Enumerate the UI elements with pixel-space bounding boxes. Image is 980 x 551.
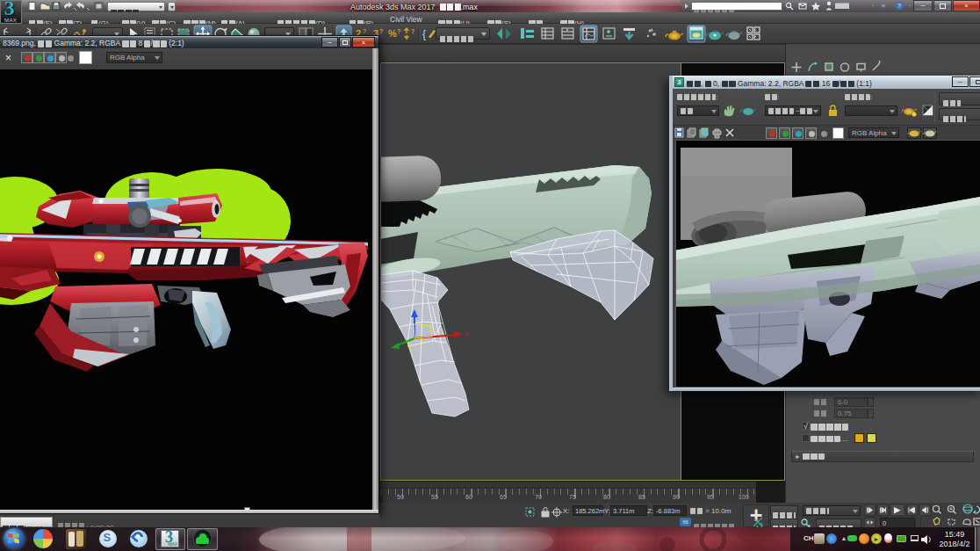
svg-text:?: ? [397,28,400,34]
svg-text:?: ? [363,28,366,34]
svg-text:x: x [465,330,468,337]
svg-text:?: ? [411,28,414,34]
svg-text:%: % [388,28,397,39]
svg-text:?: ? [379,28,383,34]
svg-text:{: { [422,28,426,40]
